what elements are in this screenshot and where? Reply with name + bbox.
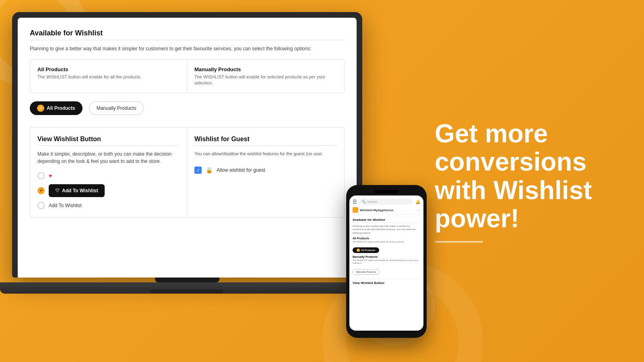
- allow-guest-row[interactable]: ✓ 🔒 Allow wishlist for guest: [194, 167, 337, 174]
- check-mark: ✓: [39, 188, 43, 193]
- product-buttons-row: ✓ All Products Manually Products: [30, 101, 345, 115]
- main-headline: Get more conversions with Wishlist power…: [435, 119, 620, 233]
- manually-products-name: Manually Products: [194, 66, 337, 72]
- phone-menu-icon: ☰: [353, 199, 357, 205]
- phone-nav-title: Wishlist-MyAppGurus: [360, 208, 393, 212]
- headline-line2: conversions: [435, 148, 620, 176]
- heart-button-icon: ♡: [55, 188, 60, 193]
- phone-divider1: [353, 222, 420, 223]
- right-panel: Get more conversions with Wishlist power…: [435, 119, 620, 243]
- headline-line1: Get more: [435, 119, 620, 148]
- add-to-wishlist-button-option[interactable]: ♡ Add To Wishlist: [49, 184, 105, 197]
- laptop-notch: [155, 278, 219, 282]
- laptop-stand: [151, 290, 223, 294]
- headline-line3: with Wishlist: [435, 176, 620, 204]
- phone-nav-logo: [353, 207, 358, 213]
- phone: ☰ 🔍 Search 🔔 Wishlist-MyAppGurus ··· Ava…: [346, 185, 427, 338]
- all-products-name: All Products: [37, 66, 180, 72]
- section2-desc: Make it simpler, descriptive, or both yo…: [37, 150, 180, 165]
- phone-manually-btn-label: Manually Products: [356, 271, 376, 273]
- manually-products-button-label: Manually Products: [97, 105, 136, 111]
- section3-desc: You can allow/disallow the wishlist feat…: [194, 150, 337, 157]
- section1-title: Available for Wishlist: [30, 29, 345, 37]
- headline-divider: [435, 241, 483, 243]
- phone-nav-dots: ···: [417, 208, 420, 212]
- manually-products-button[interactable]: Manually Products: [89, 101, 144, 115]
- allow-guest-checkbox[interactable]: ✓: [194, 167, 202, 174]
- phone-all-products-btn-label: All Products: [361, 249, 375, 251]
- product-options-grid: All Products The WISHLIST button will en…: [30, 60, 345, 93]
- phone-notch: [374, 190, 398, 193]
- phone-section-desc: Planning to give a better way that makes…: [353, 224, 420, 234]
- section3-title: Wishlist for Guest: [194, 136, 337, 143]
- button-radio-check: ✓: [37, 187, 45, 194]
- phone-manually-btn[interactable]: Manually Products: [353, 269, 380, 275]
- heart-radio-item[interactable]: ♥: [37, 172, 180, 179]
- add-to-wishlist-label: Add To Wishlist: [62, 188, 98, 193]
- phone-view-wishlist-title: View Wishlist Button: [353, 279, 420, 285]
- section2-divider: [37, 145, 180, 146]
- button-radio-item[interactable]: ✓ ♡ Add To Wishlist: [37, 184, 180, 197]
- phone-manually-desc: The WISHLIST button will enable for sele…: [353, 259, 420, 265]
- manually-products-option: Manually Products The WISHLIST button wi…: [187, 60, 344, 93]
- text-radio-circle: [37, 202, 45, 209]
- phone-all-products-title: All Products: [353, 237, 420, 240]
- phone-topbar: ☰ 🔍 Search 🔔: [353, 199, 420, 205]
- allow-guest-label: Allow wishlist for guest: [217, 167, 265, 173]
- phone-all-products-btn[interactable]: ✓ All Products: [353, 247, 379, 253]
- section3-divider: [194, 145, 337, 146]
- heart-icon: ♥: [49, 173, 52, 179]
- phone-nav: Wishlist-MyAppGurus ···: [353, 207, 420, 215]
- laptop-screen-border: Available for Wishlist Planning to give …: [12, 12, 362, 278]
- all-products-button-label: All Products: [47, 105, 75, 111]
- phone-wrapper: ☰ 🔍 Search 🔔 Wishlist-MyAppGurus ··· Ava…: [346, 185, 427, 338]
- phone-bell-icon: 🔔: [415, 200, 420, 204]
- view-wishlist-section: View Wishlist Button Make it simpler, de…: [30, 128, 187, 217]
- section1-desc: Planning to give a better way that makes…: [30, 45, 345, 52]
- laptop: Available for Wishlist Planning to give …: [12, 12, 362, 294]
- section1-divider: [30, 40, 345, 40]
- wishlist-guest-section: Wishlist for Guest You can allow/disallo…: [187, 128, 344, 217]
- section2-title: View Wishlist Button: [37, 136, 180, 143]
- screen-content: Available for Wishlist Planning to give …: [18, 18, 357, 278]
- manually-products-desc: The WISHLIST button will enable for sele…: [194, 74, 337, 86]
- all-products-desc: The WISHLIST button will enable for all …: [37, 74, 180, 80]
- headline-line4: power!: [435, 204, 620, 232]
- text-radio-item[interactable]: Add To Wishlist: [37, 202, 180, 209]
- phone-search-placeholder: Search: [367, 200, 377, 204]
- heart-radio-circle: [37, 172, 45, 179]
- all-products-option: All Products The WISHLIST button will en…: [30, 60, 187, 93]
- check-icon: ✓: [37, 105, 44, 112]
- phone-check-icon: ✓: [357, 249, 360, 252]
- phone-manually-title: Manually Products: [353, 255, 420, 258]
- phone-search-bar[interactable]: 🔍 Search: [359, 199, 413, 205]
- all-products-button[interactable]: ✓ All Products: [30, 101, 83, 115]
- wishlist-display-options: ♥ ✓ ♡ Add To Wishlist: [37, 172, 180, 209]
- phone-screen: ☰ 🔍 Search 🔔 Wishlist-MyAppGurus ··· Ava…: [349, 195, 423, 331]
- lock-icon: 🔒: [206, 167, 213, 173]
- phone-search-icon: 🔍: [362, 200, 366, 204]
- text-wishlist-label: Add To Wishlist: [49, 203, 82, 208]
- laptop-wrapper: Available for Wishlist Planning to give …: [12, 12, 362, 318]
- phone-all-products-desc: The WISHLIST button will enable for all …: [353, 241, 420, 243]
- second-sections-grid: View Wishlist Button Make it simpler, de…: [30, 127, 345, 218]
- phone-section-title: Available for Wishlist: [353, 218, 420, 222]
- laptop-screen: Available for Wishlist Planning to give …: [18, 18, 357, 278]
